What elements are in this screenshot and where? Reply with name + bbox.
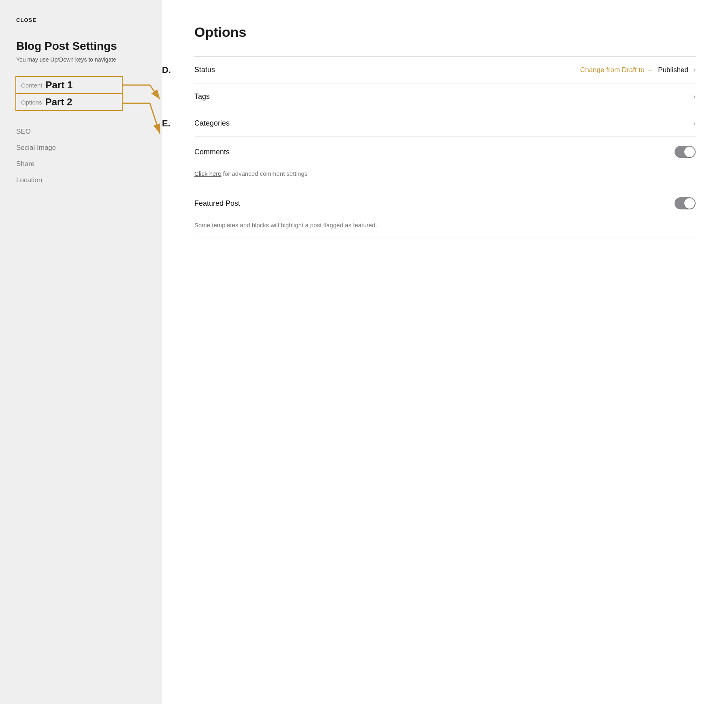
featured-label: Featured Post bbox=[194, 199, 240, 208]
part1-label: Part 1 bbox=[46, 79, 73, 91]
sidebar-title: Blog Post Settings bbox=[16, 39, 146, 53]
badge-d: D. bbox=[162, 65, 171, 75]
status-right: Change from Draft to → Published › bbox=[580, 66, 696, 74]
options-list: D. Status Change from Draft to → Publish… bbox=[194, 56, 696, 237]
categories-label: Categories bbox=[194, 119, 230, 128]
options-nav-label[interactable]: Options bbox=[21, 99, 42, 106]
status-chevron-icon: › bbox=[693, 66, 696, 74]
sidebar: CLOSE Blog Post Settings You may use Up/… bbox=[0, 0, 162, 704]
close-button[interactable]: CLOSE bbox=[16, 17, 36, 23]
sidebar-item-seo[interactable]: SEO bbox=[16, 124, 146, 140]
annotation-box-options: Options Part 2 bbox=[15, 94, 123, 111]
badge-e: E. bbox=[162, 118, 170, 129]
comments-toggle[interactable] bbox=[675, 146, 696, 158]
comments-row: Comments bbox=[194, 137, 696, 167]
main-content: Options D. Status Change from Draft to →… bbox=[162, 0, 728, 704]
status-change-text[interactable]: Change from Draft to → bbox=[580, 66, 653, 74]
status-row[interactable]: D. Status Change from Draft to → Publish… bbox=[194, 57, 696, 83]
categories-row[interactable]: E. Categories › bbox=[194, 110, 696, 137]
annotation-box-content: Content Part 1 bbox=[15, 76, 123, 94]
featured-desc-text: Some templates and blocks will highlight… bbox=[194, 222, 377, 228]
sidebar-item-share[interactable]: Share bbox=[16, 156, 146, 172]
featured-row: Featured Post bbox=[194, 188, 696, 218]
sidebar-hint: You may use Up/Down keys to navigate bbox=[16, 56, 146, 63]
featured-desc: Some templates and blocks will highlight… bbox=[194, 218, 696, 237]
sidebar-item-social-image[interactable]: Social Image bbox=[16, 140, 146, 156]
comments-label: Comments bbox=[194, 148, 230, 156]
tags-row[interactable]: Tags › bbox=[194, 83, 696, 110]
featured-toggle[interactable] bbox=[675, 197, 696, 209]
comments-sub: Click here for advanced comment settings bbox=[194, 167, 696, 185]
part2-label: Part 2 bbox=[45, 96, 72, 108]
tags-label: Tags bbox=[194, 92, 210, 101]
page-title: Options bbox=[194, 24, 696, 40]
sidebar-item-location[interactable]: Location bbox=[16, 172, 146, 188]
status-published-text: Published bbox=[658, 66, 688, 74]
categories-chevron-icon: › bbox=[693, 119, 696, 128]
comments-sub-text: Click here for advanced comment settings bbox=[194, 170, 307, 177]
status-label: Status bbox=[194, 66, 215, 74]
comments-sub-link[interactable]: Click here bbox=[194, 170, 221, 177]
tags-chevron-icon: › bbox=[693, 92, 696, 101]
content-nav-label[interactable]: Content bbox=[21, 82, 43, 89]
